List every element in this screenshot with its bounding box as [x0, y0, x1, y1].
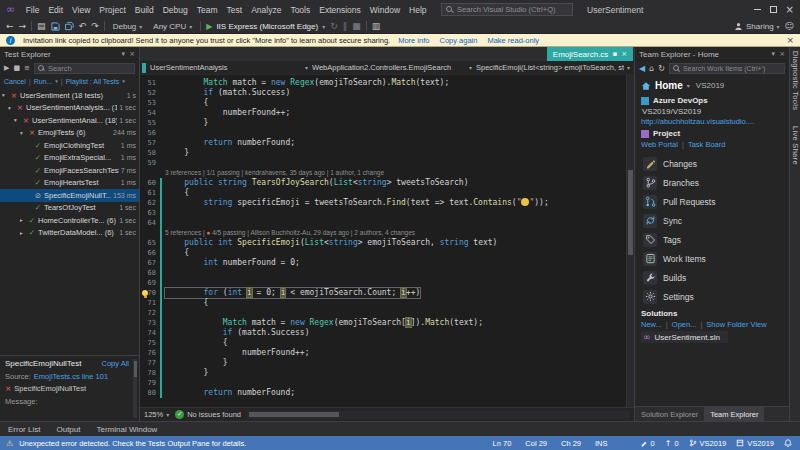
code-line[interactable]: 71 {: [140, 298, 634, 308]
test-tree-item[interactable]: ▸✓TwitterDataModel... (6)1 sec: [0, 227, 139, 240]
code-line[interactable]: 66 {: [140, 248, 634, 258]
window-position-icon[interactable]: ▾: [772, 50, 776, 58]
solutions-link-open[interactable]: Open...: [672, 320, 697, 329]
team-nav-tags[interactable]: Tags: [639, 230, 785, 249]
maximize-button[interactable]: [770, 6, 777, 13]
menu-project[interactable]: Project: [95, 5, 130, 15]
tab-team-explorer[interactable]: Team Explorer: [704, 407, 764, 421]
type-dropdown[interactable]: WebApplication2.Controllers.EmojiSearch▾: [312, 63, 472, 72]
navigate-back-icon[interactable]: ←: [6, 22, 14, 31]
group-by-icon[interactable]: ≡: [24, 64, 30, 72]
panel-tab-error-list[interactable]: Error List: [8, 425, 40, 434]
code-line[interactable]: 63: [140, 208, 634, 218]
details-scrollbar[interactable]: [133, 359, 137, 418]
zoom-control[interactable]: 125%▾: [144, 410, 169, 419]
work-items-search-box[interactable]: Search Work Items (Ctrl+'): [669, 63, 785, 74]
expander-icon[interactable]: ▸: [20, 230, 26, 236]
code-line[interactable]: 61 {: [140, 188, 634, 198]
redo-icon[interactable]: ↷: [91, 22, 99, 31]
project-link-web-portal[interactable]: Web Portal: [641, 140, 678, 149]
notification-close-icon[interactable]: ×: [786, 35, 794, 45]
feedback-icon[interactable]: ☺: [785, 22, 794, 31]
expander-icon[interactable]: ▾: [2, 92, 8, 98]
close-button[interactable]: ×: [786, 5, 794, 15]
side-tab-live-share[interactable]: Live Share: [791, 126, 800, 165]
code-line[interactable]: 69: [140, 278, 634, 288]
code-editor[interactable]: 51 Match match = new Regex(emojiToSearch…: [140, 75, 634, 407]
code-line[interactable]: 52 if (match.Success): [140, 88, 634, 98]
infobar-link-make-read-only[interactable]: Make read-only: [487, 36, 539, 45]
code-line[interactable]: 67 int numberFound = 0;: [140, 258, 634, 268]
code-line[interactable]: 64: [140, 218, 634, 228]
notifications-bell-icon[interactable]: [784, 439, 792, 447]
configuration-dropdown[interactable]: Debug▾: [110, 22, 146, 31]
menu-build[interactable]: Build: [130, 5, 158, 15]
test-explorer-link-playlist-all-tests[interactable]: Playlist : All Tests: [66, 78, 120, 85]
codelens-row[interactable]: 5 references | ● 4/5 passing | Allison B…: [140, 228, 634, 238]
minimize-button[interactable]: [754, 9, 761, 10]
member-dropdown[interactable]: SpecificEmoji(List<string> emojiToSearch…: [476, 63, 630, 72]
team-nav-work-items[interactable]: Work Items: [639, 249, 785, 268]
code-line[interactable]: 59: [140, 158, 634, 168]
code-line[interactable]: 78 }: [140, 368, 634, 378]
test-tree-item[interactable]: ▾×UserSentimentAnalysis... (18)1 sec: [0, 102, 139, 115]
undo-icon[interactable]: ↶: [79, 22, 87, 31]
infobar-link-copy-again[interactable]: Copy again: [439, 36, 477, 45]
sharing-dropdown[interactable]: Sharing ▾: [734, 22, 780, 31]
tab-close-icon[interactable]: ×: [621, 50, 627, 58]
code-line[interactable]: 57 return numberFound;: [140, 138, 634, 148]
team-nav-changes[interactable]: Changes: [639, 154, 785, 173]
code-line[interactable]: 51 Match match = new Regex(emojiToSearch…: [140, 78, 634, 88]
team-nav-pull-requests[interactable]: Pull Requests: [639, 192, 785, 211]
code-line[interactable]: 70 for (int i = 0; i < emojiToSearch.Cou…: [140, 288, 634, 298]
back-icon[interactable]: ◀: [639, 64, 645, 73]
tab-emojisearch-cs[interactable]: EmojiSearch.cs ▪ ×: [547, 47, 633, 61]
menu-debug[interactable]: Debug: [158, 5, 192, 15]
menu-extensions[interactable]: Extensions: [315, 5, 366, 15]
menu-test[interactable]: Test: [222, 5, 247, 15]
team-nav-settings[interactable]: Settings: [639, 287, 785, 306]
menu-window[interactable]: Window: [365, 5, 404, 15]
menu-view[interactable]: View: [68, 5, 95, 15]
test-tree-item[interactable]: ✓EmojiFacesSearchTest7 ms: [0, 164, 139, 177]
test-tree-item[interactable]: ▾×EmojiTests (6)244 ms: [0, 127, 139, 140]
code-line[interactable]: 80 return numberFound;: [140, 388, 634, 398]
code-line[interactable]: 65 public int SpecificEmoji(List<string>…: [140, 238, 634, 248]
menu-file[interactable]: File: [21, 5, 44, 15]
test-tree-item[interactable]: ▾×UserSentimentAnal... (18)1 sec: [0, 114, 139, 127]
source-link[interactable]: EmojiTests.cs line 101: [34, 372, 108, 381]
chevron-down-icon[interactable]: ▾: [687, 82, 690, 89]
close-icon[interactable]: ×: [129, 50, 135, 58]
code-line[interactable]: 74 if (match.Success): [140, 328, 634, 338]
team-nav-builds[interactable]: Builds: [639, 268, 785, 287]
menu-analyze[interactable]: Analyze: [247, 5, 286, 15]
code-line[interactable]: 73 Match match = new Regex(emojiToSearch…: [140, 318, 634, 328]
expander-icon[interactable]: ▾: [8, 105, 14, 111]
code-line[interactable]: 54 numberFound++;: [140, 108, 634, 118]
devops-url-link[interactable]: http://abuchholtzau.visualstudio....: [641, 117, 783, 126]
tab-solution-explorer[interactable]: Solution Explorer: [635, 407, 704, 421]
code-line[interactable]: 72: [140, 308, 634, 318]
test-tree-item[interactable]: ✓EmojiExtraSpecial...1 ms: [0, 152, 139, 165]
titlebar-search-box[interactable]: Search Visual Studio (Ctrl+Q): [441, 3, 573, 16]
code-line[interactable]: 62 string specificEmoji = tweetsToSearch…: [140, 198, 634, 208]
test-tree-item[interactable]: ✓EmojiClothingTest1 ms: [0, 139, 139, 152]
code-line[interactable]: 79: [140, 378, 634, 388]
stop-debugging-icon[interactable]: ■: [352, 22, 361, 31]
home-icon[interactable]: ⌂: [649, 64, 654, 73]
stop-tests-icon[interactable]: ■: [13, 64, 20, 72]
test-explorer-link-run[interactable]: Run...: [34, 78, 53, 85]
editor-horizontal-scrollbar[interactable]: [247, 411, 630, 419]
solutions-link-show-folder-view[interactable]: Show Folder View: [706, 320, 766, 329]
code-line[interactable]: 60 public string TearsOfJoySearch(List<s…: [140, 178, 634, 188]
current-branch-indicator[interactable]: VS2019: [689, 439, 727, 448]
expander-icon[interactable]: ▾: [20, 130, 26, 136]
test-tree-item[interactable]: ✓TearsOfJoyTest1 sec: [0, 202, 139, 215]
code-line[interactable]: 53 {: [140, 98, 634, 108]
copy-all-link[interactable]: Copy All: [101, 359, 129, 368]
team-nav-branches[interactable]: Branches: [639, 173, 785, 192]
break-all-icon[interactable]: ‖: [343, 22, 348, 31]
test-tree-item[interactable]: ▾×UserSentiment (18 tests)1 s: [0, 89, 139, 102]
save-all-icon[interactable]: [65, 22, 74, 31]
team-nav-sync[interactable]: Sync: [639, 211, 785, 230]
